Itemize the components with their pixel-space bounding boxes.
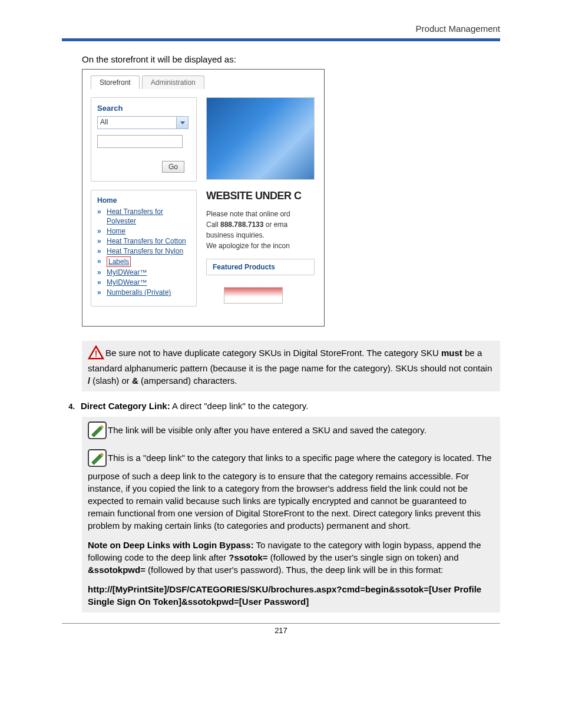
search-heading: Search (97, 104, 190, 113)
list-item-4: 4. Direct Category Link: A direct "deep … (62, 401, 500, 411)
warning-callout: ! Be sure not to have duplicate category… (82, 341, 500, 391)
nav-list: »Heat Transfers for Polyester »Home »Hea… (97, 207, 190, 297)
search-panel: Search All Go (91, 97, 197, 182)
raquo-icon: » (97, 268, 105, 277)
category-nav-panel: Home »Heat Transfers for Polyester »Home… (91, 190, 197, 307)
raquo-icon: » (97, 207, 105, 216)
header-rule (62, 38, 500, 41)
search-input[interactable] (97, 135, 183, 148)
item4-body: A direct "deep link" to the category. (170, 401, 309, 411)
page-number: 217 (62, 626, 500, 635)
nav-item[interactable]: »MyIDWear™ (97, 278, 190, 287)
intro-text: On the storefront it will be displayed a… (82, 54, 500, 64)
content-column: WEBSITE UNDER C Please note that online … (206, 190, 315, 307)
nav-item[interactable]: »MyIDWear™ (97, 268, 190, 277)
nav-item[interactable]: »Home (97, 226, 190, 236)
content-line: We apologize for the incon (206, 241, 315, 251)
item4-heading: Direct Category Link: (81, 401, 170, 411)
featured-products-box: Featured Products (206, 259, 315, 275)
content-line: Call 888.788.7133 or ema (206, 220, 315, 229)
storefront-screenshot: Storefront Administration Search All Go … (82, 69, 325, 327)
raquo-icon: » (97, 226, 105, 236)
list-number: 4. (62, 401, 75, 411)
svg-text:!: ! (95, 350, 98, 358)
banner-image (206, 97, 315, 180)
note-1: The link will be visible only after you … (108, 425, 427, 435)
content-heading: WEBSITE UNDER C (206, 190, 315, 202)
go-button[interactable]: Go (162, 161, 184, 173)
warning-icon: ! (88, 345, 104, 363)
tab-storefront[interactable]: Storefront (91, 75, 140, 89)
note-block: The link will be visible only after you … (82, 417, 500, 612)
nav-home[interactable]: Home (97, 196, 190, 205)
search-category-select[interactable]: All (97, 116, 189, 129)
raquo-icon: » (97, 246, 105, 256)
nav-item[interactable]: »Numberalls (Private) (97, 288, 190, 297)
page-header-title: Product Management (62, 24, 500, 34)
content-line: Please note that online ord (206, 209, 315, 219)
pencil-note-icon (88, 449, 107, 470)
featured-label: Featured Products (213, 263, 275, 271)
note-2: This is a "deep link" to the category th… (88, 453, 492, 531)
tab-administration[interactable]: Administration (142, 75, 204, 89)
raquo-icon: » (97, 288, 105, 297)
chevron-down-icon[interactable] (176, 117, 188, 129)
nav-item-labels[interactable]: »Labels (97, 256, 190, 267)
raquo-icon: » (97, 256, 105, 266)
note-url: http://[MyPrintSite]/DSF/CATEGORIES/SKU/… (88, 583, 494, 608)
note-3: Note on Deep Links with Login Bypass: To… (88, 539, 494, 576)
nav-item[interactable]: »Heat Transfers for Nylon (97, 246, 190, 256)
raquo-icon: » (97, 278, 105, 287)
product-thumbnail[interactable] (224, 287, 283, 304)
raquo-icon: » (97, 236, 105, 246)
nav-item[interactable]: »Heat Transfers for Polyester (97, 207, 190, 226)
nav-item[interactable]: »Heat Transfers for Cotton (97, 236, 190, 246)
pencil-note-icon (88, 421, 107, 442)
content-line: business inquiries. (206, 230, 315, 240)
select-value: All (98, 117, 176, 129)
footer-rule (62, 623, 500, 624)
